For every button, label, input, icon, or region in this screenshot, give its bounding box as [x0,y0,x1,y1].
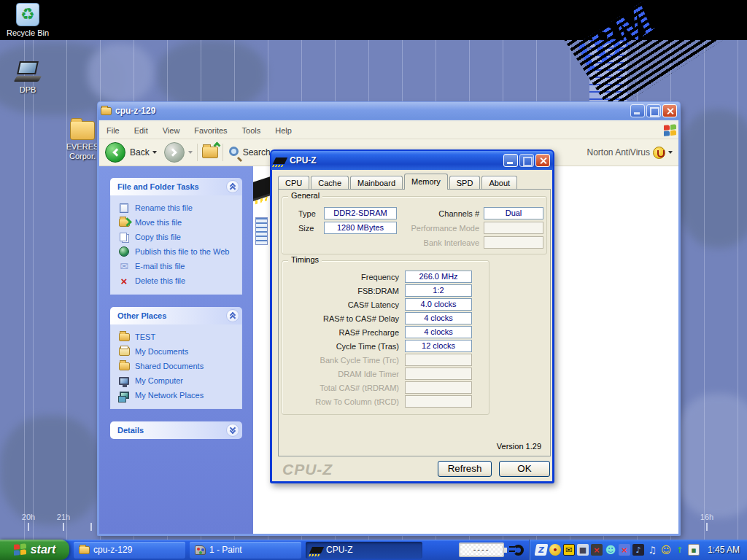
windows-logo-icon [664,124,677,137]
general-group: General Type DDR2-SDRAM Size 1280 MBytes… [282,196,547,254]
task-rename-file[interactable]: Rename this file [118,201,237,215]
norton-antivirus-icon[interactable] [653,147,665,159]
menu-file[interactable]: File [99,126,127,135]
panel-header[interactable]: File and Folder Tasks [110,178,242,195]
messenger-offline-tray-icon[interactable]: ☻ [605,544,616,556]
back-label[interactable]: Back [130,147,150,158]
maximize-button[interactable] [646,104,661,117]
ras-to-cas-value: 4 clocks [405,312,472,324]
cpuz-app-icon [273,158,287,164]
menu-favorites[interactable]: Favorites [187,126,234,135]
place-my-network[interactable]: My Network Places [118,388,237,402]
panel-title: Other Places [117,311,226,320]
panel-header[interactable]: Other Places [110,307,242,324]
place-shared-documents[interactable]: Shared Documents [118,359,237,373]
start-button[interactable]: start [0,540,69,560]
explorer-titlebar[interactable]: cpu-z-129 [97,101,681,120]
ghost-utility-tray-icon[interactable]: ☺ [660,544,672,556]
bank-interleave-value [484,236,543,249]
volume-tray-icon[interactable]: ♪ [632,544,644,556]
desktop-icon-recycle-bin[interactable]: ♻ Recycle Bin [0,3,55,38]
taskbar-clock[interactable]: 1:45 AM [708,545,740,555]
field-label: Type [298,209,316,218]
field-label: Row To Column (tRCD) [282,397,399,406]
minimize-button[interactable] [503,154,518,167]
system-tray: Z • ✉ ■ × ☻ × ♪ ♫ ☺ ↑ ▪ 1:45 AM [529,540,747,560]
field-label: Bank Cycle Time (Trc) [282,356,399,365]
menu-tools[interactable]: Tools [235,126,268,135]
network-disconnected-tray-icon[interactable]: × [619,544,630,556]
minimize-button[interactable] [630,104,645,117]
norton-dropdown-icon[interactable] [668,151,673,154]
desktop-icon-dpb[interactable]: DPB [0,61,55,95]
field-label: Cycle Time (Tras) [282,342,399,351]
task-publish-file[interactable]: Publish this file to the Web [118,244,237,259]
taskbar-task-explorer[interactable]: cpu-z-129 [74,542,185,559]
collapse-chevron-icon[interactable] [226,180,239,193]
tab-about[interactable]: About [481,176,517,190]
updates-tray-icon[interactable]: ↑ [674,544,686,556]
menu-view[interactable]: View [155,126,187,135]
explorer-window-title: cpu-z-129 [115,106,630,116]
explorer-sidebar: File and Folder Tasks Rename this file M… [99,166,253,534]
tab-memory[interactable]: Memory [404,174,448,190]
tab-spd[interactable]: SPD [449,176,481,190]
my-documents-icon [119,347,130,356]
battery-meter-icon[interactable]: ---- [459,542,504,557]
explorer-menubar: File Edit View Favorites Tools Help [99,122,678,139]
tab-cache[interactable]: Cache [311,176,349,190]
cas-latency-value: 4.0 clocks [405,298,472,311]
ok-button[interactable]: OK [499,461,550,477]
norton-antivirus-label[interactable]: Norton AntiVirus [587,147,651,158]
collapse-chevron-icon[interactable] [226,309,239,322]
taskbar-task-cpuz[interactable]: CPU-Z [306,542,422,559]
task-move-file[interactable]: Move this file [118,215,237,230]
cpuz-tab-strip: CPU Cache Mainboard Memory SPD About [278,174,519,190]
up-folder-button[interactable] [202,147,218,158]
av-disabled-tray-icon[interactable]: × [591,544,603,556]
close-button[interactable] [535,154,550,167]
norton-tray-icon[interactable]: • [549,544,561,556]
cpuz-titlebar[interactable]: CPU-Z [271,151,553,170]
panel-header[interactable]: Details [110,421,242,439]
place-my-documents[interactable]: My Documents [118,344,237,359]
up-arrow-icon [213,142,220,149]
field-label: FSB:DRAM [282,287,399,295]
graphics-driver-tray-icon[interactable]: Z [535,544,549,556]
search-button[interactable]: Search [243,147,271,158]
menu-edit[interactable]: Edit [127,126,155,135]
delete-icon: × [118,275,130,287]
power-plug-icon[interactable] [513,545,524,556]
cpuz-logo: CPU-Z [282,461,333,478]
file-icon[interactable] [255,217,268,245]
timezone-tick [28,523,29,531]
display-settings-tray-icon[interactable]: ▪ [688,544,700,556]
panel-title: File and Folder Tasks [117,182,226,191]
menu-help[interactable]: Help [268,126,299,135]
task-copy-file[interactable]: Copy this file [118,230,237,244]
laptop-icon [15,61,40,83]
refresh-button[interactable]: Refresh [438,461,492,477]
taskbar-task-paint[interactable]: 1 - Paint [190,542,301,559]
close-button[interactable] [662,104,677,117]
network-status-tray-icon[interactable]: ■ [577,544,589,556]
place-test[interactable]: TEST [118,330,237,344]
memory-tab-page: General Type DDR2-SDRAM Size 1280 MBytes… [278,189,551,456]
task-email-file[interactable]: ✉E-mail this file [118,259,237,273]
field-label: DRAM Idle Timer [282,370,399,378]
expand-chevron-icon[interactable] [226,424,239,437]
tab-cpu[interactable]: CPU [278,176,309,190]
task-delete-file[interactable]: ×Delete this file [118,273,237,288]
audio-device-tray-icon[interactable]: ♫ [646,544,658,556]
back-dropdown-icon[interactable] [152,151,157,154]
timings-group: Timings Frequency 266.0 MHz FSB:DRAM 1:2… [282,260,489,415]
back-button[interactable] [105,142,125,163]
forward-dropdown-icon[interactable] [188,151,193,154]
place-my-computer[interactable]: My Computer [118,373,237,388]
forward-button[interactable] [164,142,185,163]
globe-icon [119,246,129,257]
toolbar-separator [197,144,198,161]
tab-mainboard[interactable]: Mainboard [350,176,403,190]
mail-alert-tray-icon[interactable]: ✉ [563,544,575,556]
maximize-button[interactable] [519,154,534,167]
